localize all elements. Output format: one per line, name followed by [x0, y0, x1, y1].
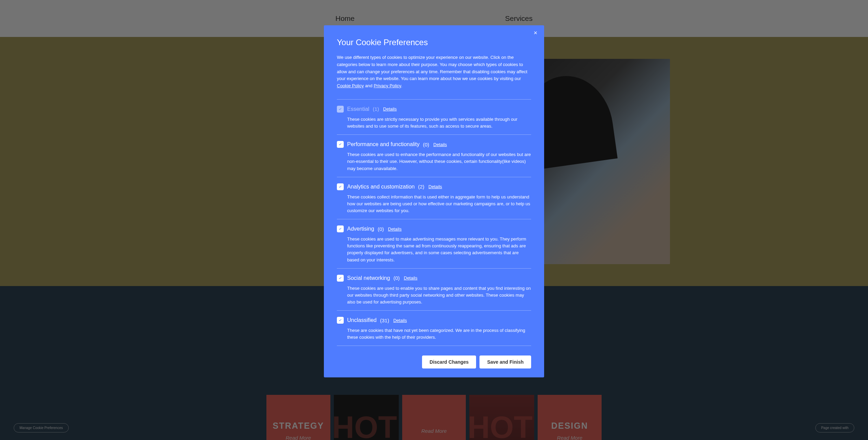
category-count: (0) — [378, 226, 384, 232]
category-essential: Essential(1)DetailsThese cookies are str… — [337, 99, 531, 134]
category-unclassified: Unclassified(31)DetailsThese are cookies… — [337, 310, 531, 346]
category-name: Social networking — [347, 275, 390, 281]
cookie-preferences-modal: × Your Cookie Preferences We use differe… — [324, 25, 544, 377]
category-advertising: Advertising(0)DetailsThese cookies are u… — [337, 219, 531, 268]
save-button[interactable]: Save and Finish — [479, 355, 531, 368]
category-name: Performance and functionality — [347, 141, 420, 147]
checkbox[interactable] — [337, 225, 344, 232]
intro-and: and — [364, 83, 374, 88]
details-link[interactable]: Details — [433, 142, 447, 147]
check-icon — [338, 142, 343, 147]
category-count: (0) — [423, 142, 429, 147]
details-link[interactable]: Details — [383, 106, 397, 112]
privacy-policy-link[interactable]: Privacy Policy — [374, 83, 401, 88]
category-header: Analytics and customization(2)Details — [337, 183, 531, 190]
category-header: Unclassified(31)Details — [337, 317, 531, 324]
modal-intro: We use different types of cookies to opt… — [337, 54, 531, 90]
cookie-policy-link[interactable]: Cookie Policy — [337, 83, 364, 88]
checkbox — [337, 106, 344, 113]
category-description: These cookies collect information that i… — [337, 194, 531, 214]
intro-period: . — [401, 83, 403, 88]
category-analytics-and-customization: Analytics and customization(2)DetailsThe… — [337, 177, 531, 219]
category-name: Unclassified — [347, 317, 377, 323]
category-performance-and-functionality: Performance and functionality(0)DetailsT… — [337, 134, 531, 177]
category-count: (31) — [380, 318, 389, 323]
category-name: Advertising — [347, 226, 374, 232]
category-count: (2) — [418, 184, 424, 190]
intro-text: We use different types of cookies to opt… — [337, 55, 527, 81]
details-link[interactable]: Details — [404, 275, 418, 281]
checkbox[interactable] — [337, 183, 344, 190]
category-count: (0) — [393, 275, 399, 281]
category-description: These cookies are used to enhance the pe… — [337, 151, 531, 172]
details-link[interactable]: Details — [388, 227, 402, 232]
checkbox[interactable] — [337, 141, 344, 148]
category-name: Analytics and customization — [347, 184, 415, 190]
category-header: Social networking(0)Details — [337, 275, 531, 282]
discard-button[interactable]: Discard Changes — [422, 355, 476, 368]
category-description: These cookies are used to make advertisi… — [337, 236, 531, 263]
category-count: (1) — [373, 106, 379, 112]
category-description: These cookies are strictly necessary to … — [337, 116, 531, 130]
checkbox[interactable] — [337, 275, 344, 282]
category-header: Performance and functionality(0)Details — [337, 141, 531, 148]
checkbox[interactable] — [337, 317, 344, 324]
category-description: These are cookies that have not yet been… — [337, 327, 531, 341]
details-link[interactable]: Details — [393, 318, 407, 323]
modal-title: Your Cookie Preferences — [337, 38, 531, 47]
check-icon — [338, 107, 343, 112]
check-icon — [338, 227, 343, 231]
check-icon — [338, 276, 343, 281]
details-link[interactable]: Details — [429, 184, 442, 189]
modal-actions: Discard Changes Save and Finish — [337, 355, 531, 368]
category-name: Essential — [347, 106, 369, 112]
check-icon — [338, 318, 343, 323]
close-icon[interactable]: × — [534, 29, 537, 37]
check-icon — [338, 184, 343, 189]
category-header: Advertising(0)Details — [337, 225, 531, 232]
category-header: Essential(1)Details — [337, 106, 531, 113]
category-description: These cookies are used to enable you to … — [337, 285, 531, 306]
category-social-networking: Social networking(0)DetailsThese cookies… — [337, 268, 531, 310]
